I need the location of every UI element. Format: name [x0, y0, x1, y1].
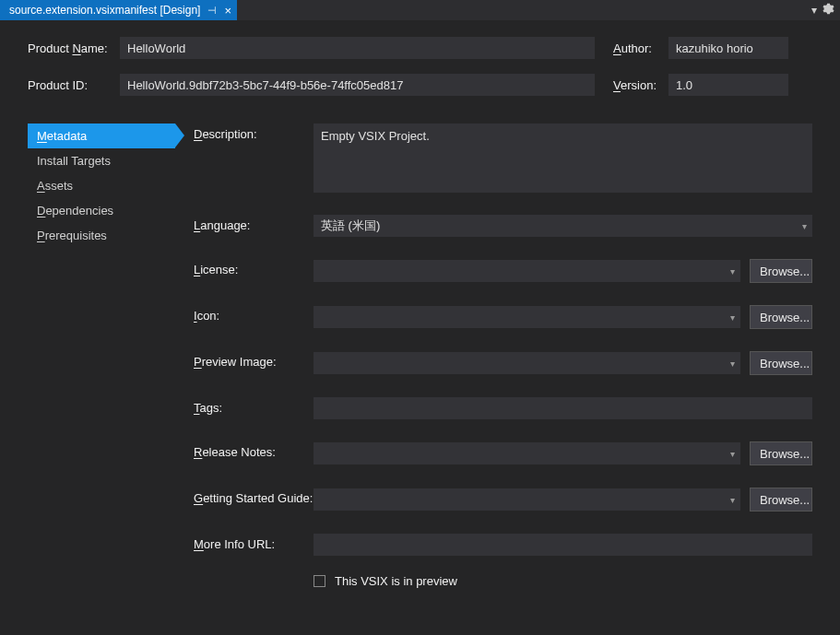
sidebar-item-prerequisites[interactable]: Prerequisites: [28, 223, 175, 248]
document-tab[interactable]: source.extension.vsixmanifest [Design] ⊣…: [0, 0, 237, 20]
preview-image-label: Preview Image:: [194, 351, 314, 369]
product-id-label: Product ID:: [28, 78, 120, 92]
preview-image-select[interactable]: ▾: [314, 352, 740, 374]
getting-started-select[interactable]: ▾: [314, 488, 740, 511]
product-id-input[interactable]: [120, 74, 595, 96]
description-input[interactable]: [314, 123, 812, 193]
language-label: Language:: [194, 215, 314, 232]
pin-icon[interactable]: ⊣: [207, 5, 217, 17]
language-select-value[interactable]: [314, 215, 812, 237]
author-input[interactable]: [668, 37, 788, 59]
tab-title: source.extension.vsixmanifest [Design]: [9, 4, 200, 17]
product-name-label: Product Name:: [28, 41, 120, 55]
tags-input[interactable]: [314, 397, 812, 419]
release-notes-select-value[interactable]: [314, 442, 740, 464]
preview-checkbox-label: This VSIX is in preview: [335, 574, 457, 588]
icon-select[interactable]: ▾: [314, 306, 740, 328]
product-name-input[interactable]: [120, 37, 595, 59]
language-select[interactable]: ▾: [314, 215, 812, 237]
preview-image-browse-button[interactable]: Browse...: [750, 351, 812, 375]
more-info-input[interactable]: [314, 534, 812, 556]
release-notes-label: Release Notes:: [194, 441, 314, 459]
version-input[interactable]: [668, 74, 788, 96]
sidebar-item-metadata[interactable]: Metadata: [28, 123, 175, 148]
dropdown-icon[interactable]: ▾: [811, 4, 817, 17]
more-info-label: More Info URL:: [194, 534, 314, 551]
icon-select-value[interactable]: [314, 306, 740, 328]
getting-started-label: Getting Started Guide:: [194, 488, 314, 505]
gear-icon[interactable]: [822, 3, 834, 18]
sidebar-item-install-targets[interactable]: Install Targets: [28, 148, 175, 173]
license-select-value[interactable]: [314, 260, 740, 282]
preview-checkbox[interactable]: [314, 575, 325, 587]
getting-started-select-value[interactable]: [314, 488, 740, 511]
metadata-form: Description: Language: ▾ License: ▾: [175, 123, 812, 588]
release-notes-browse-button[interactable]: Browse...: [750, 441, 812, 465]
license-browse-button[interactable]: Browse...: [750, 259, 812, 283]
sidebar: Metadata Install Targets Assets Dependen…: [28, 123, 175, 588]
release-notes-select[interactable]: ▾: [314, 442, 740, 464]
description-label: Description:: [194, 123, 314, 141]
author-label: Author:: [613, 41, 668, 55]
tags-label: Tags:: [194, 397, 314, 415]
close-icon[interactable]: ×: [224, 4, 231, 18]
getting-started-browse-button[interactable]: Browse...: [750, 488, 812, 512]
sidebar-item-assets[interactable]: Assets: [28, 173, 175, 198]
version-label: Version:: [613, 78, 668, 92]
icon-browse-button[interactable]: Browse...: [750, 305, 812, 329]
preview-image-select-value[interactable]: [314, 352, 740, 374]
license-select[interactable]: ▾: [314, 260, 740, 282]
manifest-designer: Product Name: Author: Product ID: Versio…: [0, 20, 840, 597]
license-label: License:: [194, 259, 314, 276]
sidebar-item-dependencies[interactable]: Dependencies: [28, 198, 175, 223]
tab-bar: source.extension.vsixmanifest [Design] ⊣…: [0, 0, 840, 20]
icon-label: Icon:: [194, 305, 314, 323]
